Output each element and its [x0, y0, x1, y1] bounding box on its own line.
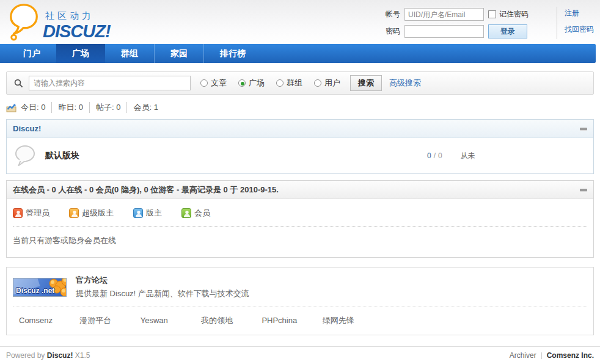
online-body: 管理员 超级版主 版主 — [7, 199, 593, 257]
admin-badge-icon — [13, 208, 23, 218]
legend-label: 版主 — [146, 208, 162, 219]
search-icon — [14, 79, 23, 88]
remember-label: 记住密码 — [499, 9, 529, 20]
promo-info: 官方论坛 提供最新 Discuz! 产品新闻、软件下载与技术交流 — [76, 275, 249, 299]
legend-member: 会员 — [181, 208, 210, 219]
powered-prefix: Powered by — [6, 351, 45, 360]
search-type-articles[interactable]: 文章 — [200, 78, 227, 89]
legend-admin: 管理员 — [13, 208, 49, 219]
collapse-icon[interactable] — [580, 128, 587, 130]
advanced-search-link[interactable]: 高级搜索 — [389, 78, 421, 89]
forum-row: 默认版块 0 / 0 从未 — [7, 138, 593, 173]
radio-label: 文章 — [211, 78, 227, 89]
promo-subtitle: 提供最新 Discuz! 产品新闻、软件下载与技术交流 — [76, 288, 249, 299]
forum-bubble-icon[interactable] — [13, 144, 37, 168]
user-group-legend: 管理员 超级版主 版主 — [13, 202, 587, 227]
partner-link-yeswan[interactable]: Yeswan — [141, 316, 199, 325]
footer-version: X1.5 — [75, 351, 90, 360]
password-input[interactable] — [404, 25, 484, 38]
radio-icon-checked[interactable] — [238, 79, 246, 87]
forum-stats-separator: / — [434, 151, 436, 160]
nav-item-portal[interactable]: 门户 — [7, 44, 56, 63]
password-label: 密码 — [386, 26, 400, 37]
main-nav: 门户 广场 群组 家园 排行榜 — [0, 44, 596, 63]
partner-link-mylands[interactable]: 我的领地 — [201, 315, 260, 326]
site-header: 社区动力 DISCUZ! 帐号 记住密码 密码 登录 注册 找回密码 — [0, 0, 600, 44]
promo-title[interactable]: 官方论坛 — [76, 275, 249, 286]
partner-links: Comsenz 漫游平台 Yeswan 我的领地 PHPchina 绿网先锋 — [13, 307, 587, 327]
footer-right: Archiver Comsenz Inc. — [510, 351, 594, 360]
online-message: 当前只有游客或隐身会员在线 — [13, 227, 587, 257]
nav-item-ranking[interactable]: 排行榜 — [203, 44, 262, 63]
forum-last-post: 从未 — [461, 151, 475, 161]
legend-label: 管理员 — [26, 208, 49, 219]
radio-icon[interactable] — [200, 79, 208, 87]
partner-link-phpchina[interactable]: PHPchina — [262, 316, 320, 325]
logo-brand-name: DISCUZ! — [43, 23, 111, 40]
partner-link-comsenz[interactable]: Comsenz — [19, 316, 78, 325]
remember-password-option[interactable]: 记住密码 — [488, 9, 549, 20]
nav-item-forum[interactable]: 广场 — [56, 44, 105, 63]
company-link[interactable]: Comsenz Inc. — [547, 351, 594, 360]
logo-tagline: 社区动力 — [45, 10, 111, 22]
forum-stats: 0 / 0 从未 — [427, 151, 587, 161]
login-links: 注册 找回密码 — [557, 7, 594, 39]
footer-brand-link[interactable]: Discuz! — [47, 351, 73, 360]
find-password-link[interactable]: 找回密码 — [565, 24, 594, 35]
radio-label: 群组 — [287, 78, 302, 89]
stat-members: 会员: 1 — [126, 102, 164, 113]
partner-link-lvwang[interactable]: 绿网先锋 — [323, 315, 381, 326]
footer: Powered by Discuz! X1.5 Archiver Comsenz… — [0, 346, 600, 364]
login-panel: 帐号 记住密码 密码 登录 注册 找回密码 — [386, 7, 594, 39]
discuz-net-logo-text: Discuz .net — [16, 286, 54, 295]
radio-icon[interactable] — [276, 79, 284, 87]
forum-threads-count: 0 — [427, 151, 431, 160]
online-title: 在线会员 - 0 人在线 - 0 会员(0 隐身), 0 位游客 - 最高记录是… — [13, 184, 279, 195]
online-header: 在线会员 - 0 人在线 - 0 会员(0 隐身), 0 位游客 - 最高记录是… — [7, 181, 593, 199]
footer-powered: Powered by Discuz! X1.5 — [6, 351, 90, 360]
stat-yesterday: 昨日: 0 — [51, 102, 89, 113]
online-members-panel: 在线会员 - 0 人在线 - 0 会员(0 隐身), 0 位游客 - 最高记录是… — [6, 180, 594, 258]
promo-top: Discuz .net 官方论坛 提供最新 Discuz! 产品新闻、软件下载与… — [13, 275, 587, 299]
member-badge-icon — [181, 208, 191, 218]
archiver-link[interactable]: Archiver — [510, 351, 536, 360]
category-title[interactable]: Discuz! — [13, 124, 41, 133]
legend-label: 超级版主 — [82, 208, 114, 219]
search-type-forum[interactable]: 广场 — [238, 78, 265, 89]
category-header: Discuz! — [7, 120, 593, 138]
search-button[interactable]: 搜索 — [350, 75, 382, 91]
moderator-badge-icon — [133, 208, 143, 218]
register-link[interactable]: 注册 — [565, 8, 594, 18]
site-logo[interactable]: 社区动力 DISCUZ! — [6, 2, 111, 42]
collapse-icon[interactable] — [580, 189, 587, 191]
legend-super-moderator: 超级版主 — [69, 208, 114, 219]
discuz-net-logo[interactable]: Discuz .net — [13, 278, 67, 297]
login-button[interactable]: 登录 — [488, 24, 527, 38]
page: 社区动力 DISCUZ! 帐号 记住密码 密码 登录 注册 找回密码 — [0, 0, 600, 364]
partner-link-manyou[interactable]: 漫游平台 — [79, 315, 138, 326]
legend-moderator: 版主 — [133, 208, 162, 219]
logo-bubble-icon — [6, 2, 42, 42]
nav-item-groups[interactable]: 群组 — [105, 44, 154, 63]
search-type-options: 文章 广场 群组 用户 — [200, 78, 340, 89]
super-moderator-badge-icon — [69, 208, 79, 218]
logo-text: 社区动力 DISCUZ! — [43, 10, 111, 42]
radio-icon[interactable] — [314, 79, 321, 87]
account-label: 帐号 — [386, 9, 400, 20]
search-type-groups[interactable]: 群组 — [276, 78, 302, 89]
stat-posts: 帖子: 0 — [89, 102, 126, 113]
search-type-users[interactable]: 用户 — [314, 78, 340, 89]
category-panel: Discuz! 默认版块 0 / 0 从未 — [6, 119, 594, 174]
login-form: 帐号 记住密码 密码 登录 — [386, 7, 549, 39]
forum-posts-count: 0 — [438, 151, 442, 160]
radio-label: 广场 — [249, 78, 265, 89]
forum-name[interactable]: 默认版块 — [45, 150, 79, 161]
remember-checkbox[interactable] — [488, 10, 496, 18]
account-input[interactable] — [404, 8, 484, 21]
forum-stats-line: 今日: 0 昨日: 0 帖子: 0 会员: 1 — [6, 102, 594, 113]
nav-item-home[interactable]: 家园 — [154, 44, 203, 63]
legend-label: 会员 — [194, 208, 210, 219]
search-input[interactable] — [29, 76, 191, 90]
stats-chart-icon — [6, 103, 16, 112]
search-bar: 文章 广场 群组 用户 搜索 高级搜索 — [6, 71, 594, 95]
